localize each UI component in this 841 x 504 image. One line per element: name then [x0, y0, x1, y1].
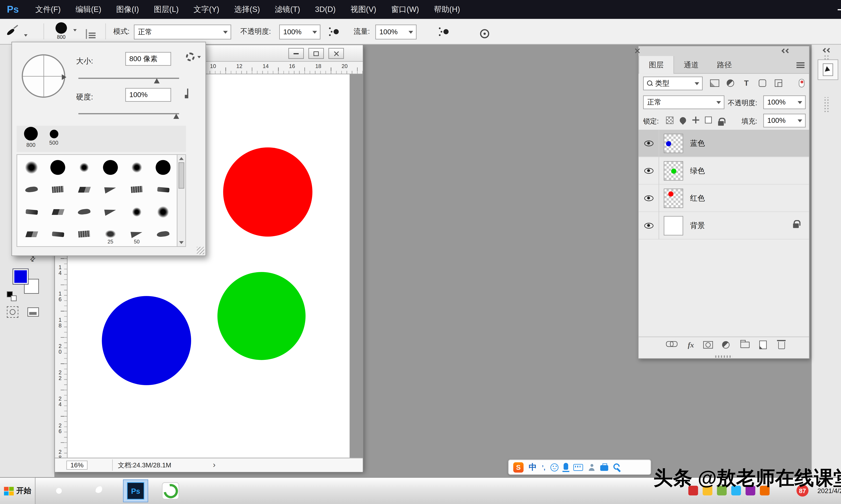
menu-filter[interactable]: 滤镜(T) — [268, 4, 308, 15]
layer-row-background[interactable]: 背景 — [638, 212, 809, 239]
layer-name[interactable]: 蓝色 — [690, 138, 705, 148]
visibility-toggle[interactable] — [638, 212, 659, 239]
account-icon[interactable] — [588, 464, 595, 471]
scroll-up-icon[interactable] — [179, 157, 184, 160]
layer-row-blue[interactable]: 蓝色 — [638, 130, 809, 157]
close-panel-icon[interactable] — [635, 48, 640, 53]
app-minimize-button[interactable] — [832, 3, 841, 16]
ime-punctuation-toggle[interactable]: ’, — [542, 464, 546, 471]
collapsed-panel-button[interactable] — [818, 59, 838, 80]
filter-pixel-layers-icon[interactable] — [709, 78, 719, 87]
microphone-icon[interactable] — [564, 463, 568, 470]
layer-name[interactable]: 红色 — [690, 193, 705, 203]
menu-file[interactable]: 文件(F) — [28, 4, 68, 15]
toolbox-icon[interactable] — [600, 465, 608, 471]
tool-preset-caret-icon[interactable] — [24, 34, 28, 37]
new-layer-icon[interactable] — [759, 341, 767, 349]
red-circle[interactable] — [223, 147, 312, 237]
taskbar-app-notes-icon[interactable] — [162, 482, 179, 500]
brush-tip[interactable] — [18, 223, 45, 245]
brush-tip[interactable] — [45, 223, 71, 245]
resize-grip-icon[interactable] — [197, 247, 204, 254]
brush-tip[interactable] — [45, 178, 71, 201]
menu-type[interactable]: 文字(Y) — [186, 4, 227, 15]
brush-tip[interactable] — [150, 178, 176, 201]
brush-tip[interactable] — [71, 223, 97, 245]
size-input[interactable]: 800 像素 — [125, 52, 171, 66]
toggle-brush-panel-button[interactable] — [86, 29, 87, 39]
panel-resize-grip[interactable] — [715, 356, 732, 358]
lock-position-icon[interactable] — [692, 116, 699, 124]
brush-tip[interactable] — [124, 178, 150, 201]
sogou-logo[interactable]: S — [513, 462, 524, 472]
brush-tip[interactable] — [71, 201, 97, 223]
blend-mode-select[interactable]: 正常 — [134, 24, 231, 39]
opacity-select[interactable]: 100% — [279, 24, 321, 39]
brush-preset-800[interactable]: 800 — [21, 127, 41, 151]
brush-preset-500[interactable]: 500 — [44, 127, 64, 151]
filter-smart-object-icon[interactable] — [774, 78, 783, 87]
size-slider-handle[interactable] — [154, 78, 160, 84]
brush-tool-preset-button[interactable] — [6, 25, 18, 39]
brush-tip[interactable] — [124, 156, 150, 178]
brush-tip[interactable] — [150, 223, 176, 245]
screen-mode-icon[interactable] — [28, 307, 39, 317]
foreground-color-swatch[interactable] — [13, 269, 29, 285]
flow-select[interactable]: 100% — [375, 24, 417, 39]
layer-row-red[interactable]: 红色 — [638, 185, 809, 212]
collapse-dock-icon[interactable] — [823, 49, 831, 52]
layer-thumbnail[interactable] — [664, 133, 683, 153]
soft-keyboard-icon[interactable] — [573, 464, 583, 471]
layer-opacity-select[interactable]: 100% — [763, 95, 806, 109]
ime-language-toggle[interactable]: 中 — [529, 462, 537, 472]
hardness-slider-handle[interactable] — [173, 114, 179, 119]
layer-filter-select[interactable]: 类型 — [643, 77, 703, 90]
start-button[interactable]: 开始 — [0, 478, 35, 504]
brush-picker-caret-icon[interactable] — [73, 29, 76, 32]
menu-view[interactable]: 视图(V) — [343, 4, 384, 15]
lock-artboard-icon[interactable] — [705, 116, 712, 124]
brush-tip[interactable] — [150, 156, 176, 178]
menu-edit[interactable]: 编辑(E) — [68, 4, 109, 15]
brush-tip[interactable] — [45, 156, 71, 178]
brush-tip[interactable] — [97, 201, 123, 223]
lock-pixels-icon[interactable] — [679, 116, 687, 125]
lock-all-icon[interactable] — [718, 121, 724, 126]
new-group-icon[interactable] — [740, 340, 750, 348]
brush-tip[interactable] — [124, 201, 150, 223]
layer-blend-mode-select[interactable]: 正常 — [643, 95, 724, 109]
brush-tip[interactable]: 50 — [124, 223, 150, 245]
filter-toggle-icon[interactable] — [799, 79, 805, 87]
brush-tip[interactable] — [71, 178, 97, 201]
gear-caret-icon[interactable] — [198, 56, 201, 58]
filter-type-layers-icon[interactable] — [742, 78, 751, 87]
visibility-toggle[interactable] — [638, 157, 659, 184]
lock-transparency-icon[interactable] — [666, 116, 673, 124]
scrollbar[interactable] — [177, 155, 185, 246]
brush-tip[interactable] — [18, 156, 45, 178]
link-layers-icon[interactable] — [666, 341, 676, 346]
brush-tip[interactable] — [150, 201, 176, 223]
menu-window[interactable]: 窗口(W) — [384, 4, 426, 15]
doc-minimize-button[interactable] — [289, 48, 304, 59]
scrollbar-thumb[interactable] — [178, 162, 184, 188]
tab-channels[interactable]: 通道 — [675, 56, 708, 74]
menu-help[interactable]: 帮助(H) — [426, 4, 467, 15]
layer-thumbnail[interactable] — [664, 216, 683, 235]
emoji-icon[interactable] — [550, 463, 559, 471]
gear-icon[interactable] — [186, 53, 194, 61]
menu-3d[interactable]: 3D(D) — [308, 5, 343, 14]
menu-image[interactable]: 图像(I) — [109, 4, 147, 15]
visibility-toggle[interactable] — [638, 184, 659, 212]
smoothing-icon[interactable] — [480, 29, 489, 38]
brush-tip[interactable] — [97, 156, 123, 178]
filter-adjustment-layers-icon[interactable] — [725, 78, 735, 87]
brush-tip[interactable] — [97, 178, 123, 201]
delete-layer-icon[interactable] — [778, 339, 785, 349]
hardness-slider-track[interactable] — [79, 113, 179, 114]
layer-thumbnail[interactable] — [664, 188, 683, 208]
quick-mask-icon[interactable] — [7, 306, 18, 318]
brush-tip[interactable] — [45, 201, 71, 223]
menu-select[interactable]: 选择(S) — [227, 4, 268, 15]
size-slider-track[interactable] — [79, 78, 179, 79]
